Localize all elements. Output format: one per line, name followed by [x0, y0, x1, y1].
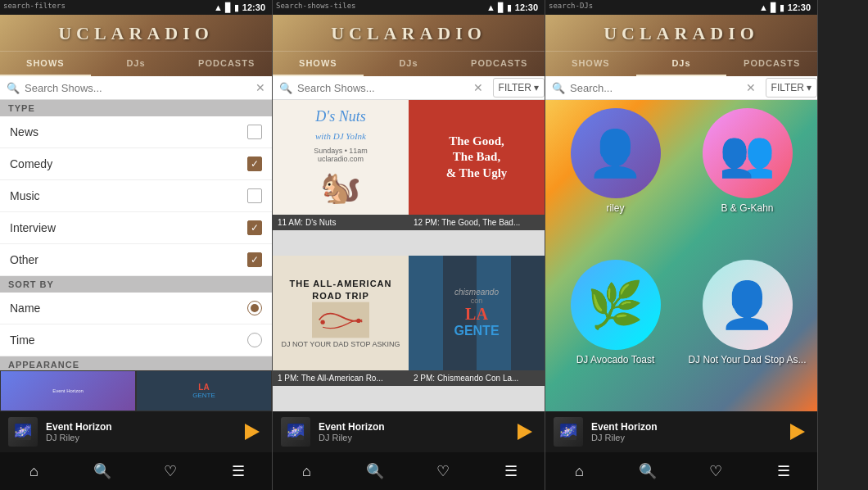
dj-silhouette-bgkahn: 👥	[703, 108, 793, 198]
nav-tabs-3: SHOWS DJs PODCASTS	[545, 51, 817, 76]
filter-appearance-header: APPEARANCE	[0, 356, 272, 370]
dj-item-bgkahn[interactable]: 👥 B & G-Kahn	[685, 108, 809, 252]
dj-circle-bgkahn: 👥	[703, 108, 793, 198]
tile-dnuts-sub: Sundays • 11amuclaradio.com	[314, 147, 368, 163]
tile-roadtrip[interactable]: THE ALL-AMERICANROAD TRIP DJ NOT YOUR DA…	[273, 256, 409, 411]
nav-favorites-2[interactable]: ♡	[409, 452, 477, 490]
chismeando-la: LA	[465, 305, 488, 324]
np-title-1: Event Horizon	[46, 421, 229, 433]
search-input-2[interactable]	[297, 82, 468, 94]
search-icon-3: 🔍	[552, 82, 565, 94]
filter-comedy-label: Comedy	[10, 157, 52, 170]
filter-music[interactable]: Music	[0, 180, 272, 212]
wifi-icon-2: ▲	[486, 2, 495, 12]
tab-podcasts-3[interactable]: PODCASTS	[726, 52, 817, 76]
tile-roadtrip-label: 1 PM: The All-American Ro...	[273, 370, 409, 386]
bottom-nav-2: ⌂ 🔍 ♡ ☰	[273, 452, 545, 490]
search-icon-2: 🔍	[279, 82, 292, 94]
nav-menu-1[interactable]: ☰	[204, 452, 272, 490]
dj-circle-riley: 👤	[571, 108, 661, 198]
chismeando-overlay: chismeando con LA GENTE	[409, 256, 545, 370]
np-thumb-icon-3: 🌌	[559, 423, 577, 441]
nav-menu-3[interactable]: ☰	[749, 452, 817, 490]
status-icons-3: ▲ ▊ ▮	[759, 2, 784, 13]
app-logo-2: UCLARADIO	[273, 23, 545, 51]
status-icons-1: ▲ ▊ ▮	[214, 2, 239, 13]
dj-name-notdad: DJ Not Your Dad Stop As...	[688, 354, 806, 365]
np-info-2: Event Horizon DJ Riley	[319, 421, 502, 442]
filter-interview[interactable]: Interview	[0, 212, 272, 244]
nav-search-3[interactable]: 🔍	[613, 452, 681, 490]
filter-btn-3[interactable]: FILTER ▾	[766, 78, 817, 98]
filter-other[interactable]: Other	[0, 244, 272, 276]
filter-name-radio[interactable]	[247, 301, 262, 315]
tab-shows-3[interactable]: SHOWS	[545, 52, 636, 76]
filter-music-label: Music	[10, 189, 40, 202]
filter-other-checkbox[interactable]	[247, 252, 262, 267]
filter-news-label: News	[10, 125, 38, 138]
dj-item-riley[interactable]: 👤 riley	[554, 108, 677, 252]
nav-favorites-1[interactable]: ♡	[136, 452, 204, 490]
filter-name[interactable]: Name	[0, 293, 272, 324]
nav-search-1[interactable]: 🔍	[68, 452, 136, 490]
filter-btn-2[interactable]: FILTER ▾	[493, 78, 545, 98]
np-play-btn-3[interactable]	[783, 419, 809, 445]
now-playing-3: 🌌 Event Horizon DJ Riley	[545, 411, 817, 452]
svg-point-1	[321, 320, 325, 324]
filter-time-radio[interactable]	[247, 333, 262, 347]
filter-comedy[interactable]: Comedy	[0, 148, 272, 180]
dj-name-riley: riley	[606, 202, 624, 214]
filter-interview-label: Interview	[10, 221, 56, 234]
search-bar-1: 🔍 ✕	[0, 76, 272, 100]
tile-dnuts[interactable]: D's Nutswith DJ YoInk Sundays • 11amucla…	[273, 100, 409, 256]
filter-type-header: TYPE	[0, 100, 272, 116]
nav-home-2[interactable]: ⌂	[273, 452, 341, 490]
clear-icon-2[interactable]: ✕	[473, 81, 483, 94]
filter-time[interactable]: Time	[0, 324, 272, 356]
status-icons-2: ▲ ▊ ▮	[486, 2, 512, 13]
tab-shows-1[interactable]: SHOWS	[0, 52, 91, 76]
tile-roadtrip-sub: DJ NOT YOUR DAD STOP ASKING	[282, 340, 400, 348]
tab-shows-2[interactable]: SHOWS	[273, 52, 364, 76]
nav-home-3[interactable]: ⌂	[545, 452, 613, 490]
search-input-3[interactable]	[570, 82, 741, 94]
nav-tabs-2: SHOWS DJs PODCASTS	[273, 51, 545, 76]
np-info-3: Event Horizon DJ Riley	[591, 421, 775, 442]
tab-podcasts-1[interactable]: PODCASTS	[181, 52, 272, 76]
tiles-grid: D's Nutswith DJ YoInk Sundays • 11amucla…	[273, 100, 545, 411]
filter-music-checkbox[interactable]	[247, 188, 262, 203]
np-play-btn-1[interactable]	[237, 419, 264, 445]
np-play-btn-2[interactable]	[510, 419, 536, 445]
nav-search-2[interactable]: 🔍	[341, 452, 409, 490]
tab-djs-1[interactable]: DJs	[91, 52, 182, 76]
clear-icon-3[interactable]: ✕	[746, 81, 756, 94]
tab-djs-2[interactable]: DJs	[364, 52, 454, 76]
filter-interview-checkbox[interactable]	[247, 220, 262, 235]
tile-chismeando[interactable]: chismeando con LA GENTE 2 PM: Chismeando…	[409, 256, 545, 411]
np-thumb-3: 🌌	[554, 417, 583, 447]
filter-label-3: FILTER	[771, 82, 804, 93]
np-info-1: Event Horizon DJ Riley	[46, 421, 229, 442]
nav-home-1[interactable]: ⌂	[0, 452, 68, 490]
dj-circle-notdad: 👤	[703, 260, 793, 350]
filter-news-checkbox[interactable]	[247, 125, 262, 139]
dj-name-bgkahn: B & G-Kahn	[721, 202, 773, 214]
filter-news[interactable]: News	[0, 116, 272, 148]
np-thumb-2: 🌌	[281, 417, 310, 447]
tab-podcasts-2[interactable]: PODCASTS	[454, 52, 545, 76]
tile-roadtrip-title: THE ALL-AMERICANROAD TRIP	[290, 278, 392, 302]
dj-item-avocado[interactable]: 🌿 DJ Avocado Toast	[554, 260, 677, 403]
dj-item-notdad[interactable]: 👤 DJ Not Your Dad Stop As...	[685, 260, 809, 403]
tile-goodbad-label: 12 PM: The Good, The Bad...	[409, 215, 545, 230]
clear-icon-1[interactable]: ✕	[255, 81, 265, 94]
search-shows-tiles-panel: Search-shows-tiles ▲ ▊ ▮ 12:30 UCLARADIO…	[273, 0, 545, 490]
filter-comedy-checkbox[interactable]	[247, 157, 262, 171]
thumb-1: Event Horizon	[1, 371, 135, 411]
tile-goodbad[interactable]: The Good,The Bad,& The Ugly 12 PM: The G…	[409, 100, 545, 256]
search-input-1[interactable]	[25, 82, 251, 94]
tab-djs-3[interactable]: DJs	[636, 52, 727, 76]
chismeando-gente: GENTE	[454, 324, 499, 338]
status-time-2: 12:30	[515, 2, 538, 12]
nav-menu-2[interactable]: ☰	[477, 452, 545, 490]
nav-favorites-3[interactable]: ♡	[681, 452, 749, 490]
